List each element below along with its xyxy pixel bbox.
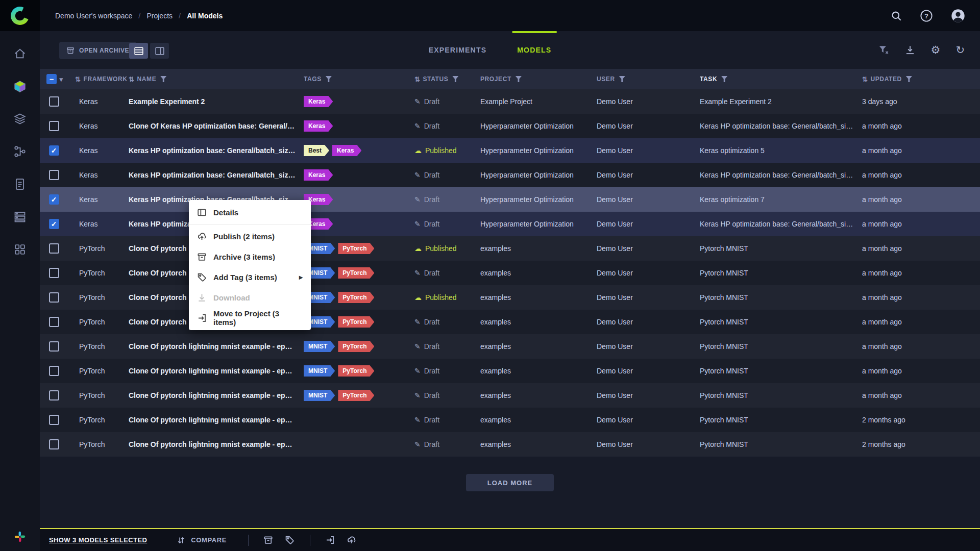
clearml-logo[interactable]	[0, 0, 40, 31]
column-header[interactable]: ⇅ NAME	[129, 76, 304, 83]
sidebar-item-dashboard[interactable]	[0, 38, 40, 71]
row-checkbox[interactable]	[49, 219, 59, 229]
split-view-toggle[interactable]	[150, 43, 169, 59]
table-row[interactable]: PyTorch Clone Of pytorch lightning mnist…	[40, 383, 980, 408]
sort-icon[interactable]: ⇅	[75, 76, 81, 83]
model-name[interactable]: Clone Of pytorch lightning mnist example…	[129, 391, 304, 399]
filter-icon[interactable]	[721, 76, 727, 82]
filter-icon[interactable]	[619, 76, 625, 82]
filter-icon[interactable]	[160, 76, 166, 82]
publish-selected-button[interactable]	[341, 535, 362, 545]
model-name[interactable]: Example Experiment 2	[129, 97, 304, 106]
status-cell: ✎ Draft	[414, 440, 480, 448]
table-row[interactable]: PyTorch Clone Of pytorch lightning mnist…	[40, 310, 980, 334]
tab-experiments[interactable]: EXPERIMENTS	[429, 31, 487, 69]
table-row[interactable]: PyTorch Clone Of pytorch lightning mnist…	[40, 285, 980, 310]
column-header[interactable]: ⇅ PROJECT	[480, 76, 597, 83]
context-menu-item[interactable]: Move to Project (3 items) ▸	[189, 308, 311, 328]
table-row[interactable]: PyTorch Clone Of pytorch lightning mnist…	[40, 432, 980, 457]
status-label: Draft	[424, 269, 439, 277]
filter-icon[interactable]	[326, 76, 332, 82]
row-checkbox[interactable]	[49, 317, 59, 327]
model-name[interactable]: Clone Of pytorch lightning mnist example…	[129, 416, 304, 424]
context-menu-item[interactable]: Archive (3 items) ▸	[189, 246, 311, 267]
gear-icon[interactable]: ⚙	[931, 44, 941, 56]
sidebar-item-applications[interactable]	[0, 234, 40, 267]
table-row[interactable]: Keras Keras HP optimization base: Genera…	[40, 138, 980, 163]
row-checkbox[interactable]	[49, 415, 59, 425]
archive-selected-button[interactable]	[258, 535, 279, 545]
filter-icon[interactable]	[516, 76, 522, 82]
filter-icon[interactable]	[452, 76, 458, 82]
column-header[interactable]: ⇅ USER	[597, 76, 700, 83]
open-archive-button[interactable]: OPEN ARCHIVE	[59, 42, 136, 59]
row-checkbox[interactable]	[49, 170, 59, 180]
sort-icon[interactable]: ⇅	[862, 76, 868, 83]
table-row[interactable]: Keras Clone Of Keras HP optimization bas…	[40, 114, 980, 138]
model-name[interactable]: Clone Of pytorch lightning mnist example…	[129, 367, 304, 375]
breadcrumb-projects[interactable]: Projects	[146, 12, 173, 20]
compare-button[interactable]: COMPARE	[177, 536, 227, 545]
sort-icon[interactable]: ⇅	[414, 76, 421, 83]
table-row[interactable]: PyTorch Clone Of pytorch lightning mnist…	[40, 408, 980, 432]
breadcrumb-workspace[interactable]: Demo User's workspace	[55, 12, 132, 20]
column-header[interactable]: ⇅ STATUS	[414, 76, 480, 83]
model-name[interactable]: Clone Of Keras HP optimization base: Gen…	[129, 122, 304, 130]
tab-models[interactable]: MODELS	[517, 31, 551, 69]
table-row[interactable]: Keras Example Experiment 2 Keras ✎ Draft…	[40, 89, 980, 114]
row-checkbox[interactable]	[49, 121, 59, 131]
sidebar-item-datasets[interactable]	[0, 104, 40, 136]
column-header[interactable]: ⇅ TAGS	[304, 76, 414, 83]
row-checkbox[interactable]	[49, 194, 59, 205]
model-name[interactable]: Clone Of pytorch lightning mnist example…	[129, 440, 304, 448]
column-header[interactable]: ⇅ FRAMEWORK	[75, 76, 129, 83]
search-icon[interactable]	[890, 10, 902, 22]
column-header[interactable]: ⇅ UPDATED	[862, 76, 980, 83]
table-view-toggle[interactable]	[129, 43, 148, 59]
sidebar-item-pipelines[interactable]	[0, 136, 40, 169]
filter-icon[interactable]	[906, 76, 912, 82]
sidebar-item-projects[interactable]	[0, 71, 40, 104]
model-name[interactable]: Clone Of pytorch lightning mnist example…	[129, 342, 304, 350]
model-name[interactable]: Keras HP optimization base: General/batc…	[129, 146, 304, 155]
row-checkbox[interactable]	[49, 268, 59, 278]
row-checkbox[interactable]	[49, 341, 59, 352]
row-checkbox[interactable]	[49, 366, 59, 376]
row-checkbox[interactable]	[49, 390, 59, 400]
selection-dropdown-caret[interactable]: ▾	[59, 76, 63, 83]
context-menu-item[interactable]: Publish (2 items) ▸	[189, 226, 311, 246]
context-menu-item[interactable]: Details ▸	[189, 202, 311, 222]
table-row[interactable]: Keras Keras HP optimization base: Genera…	[40, 212, 980, 236]
table-row[interactable]: Keras Keras HP optimization base: Genera…	[40, 163, 980, 187]
table-row[interactable]: PyTorch Clone Of pytorch lightning mnist…	[40, 334, 980, 359]
row-checkbox[interactable]	[49, 439, 59, 449]
row-select-cell	[40, 219, 75, 229]
table-row[interactable]: Keras Keras HP optimization base: Genera…	[40, 187, 980, 212]
row-checkbox[interactable]	[49, 292, 59, 303]
sidebar-item-workers-queues[interactable]	[0, 202, 40, 234]
download-icon[interactable]	[904, 44, 916, 56]
select-all-header[interactable]: ▾	[40, 74, 75, 84]
table-row[interactable]: PyTorch Clone Of pytorch lightning mnist…	[40, 261, 980, 285]
load-more-button[interactable]: LOAD MORE	[466, 474, 554, 491]
context-menu-item[interactable]: Download ▸	[189, 287, 311, 308]
row-checkbox[interactable]	[49, 96, 59, 107]
model-name[interactable]: Keras HP optimization base: General/batc…	[129, 171, 304, 179]
column-header[interactable]: ⇅ TASK	[700, 76, 862, 83]
table-row[interactable]: PyTorch Clone Of pytorch lightning mnist…	[40, 359, 980, 383]
context-menu-item[interactable]: Add Tag (3 items) ▸	[189, 267, 311, 287]
sort-icon[interactable]: ⇅	[129, 76, 135, 83]
row-checkbox[interactable]	[49, 243, 59, 254]
auto-refresh-icon[interactable]: ↻	[955, 44, 965, 56]
sidebar-item-reports[interactable]	[0, 169, 40, 202]
add-tag-selected-button[interactable]	[279, 535, 301, 545]
filter-clear-icon[interactable]	[878, 44, 889, 56]
help-icon[interactable]: ?	[920, 9, 933, 22]
move-to-project-selected-button[interactable]	[320, 535, 341, 545]
avatar[interactable]	[950, 8, 966, 23]
show-selected-link[interactable]: SHOW 3 MODELS SELECTED	[49, 536, 147, 544]
row-checkbox[interactable]	[49, 145, 59, 156]
select-all-checkbox[interactable]	[46, 74, 57, 84]
slack-icon[interactable]	[14, 531, 26, 545]
table-row[interactable]: PyTorch Clone Of pytorch lightning mnist…	[40, 236, 980, 261]
